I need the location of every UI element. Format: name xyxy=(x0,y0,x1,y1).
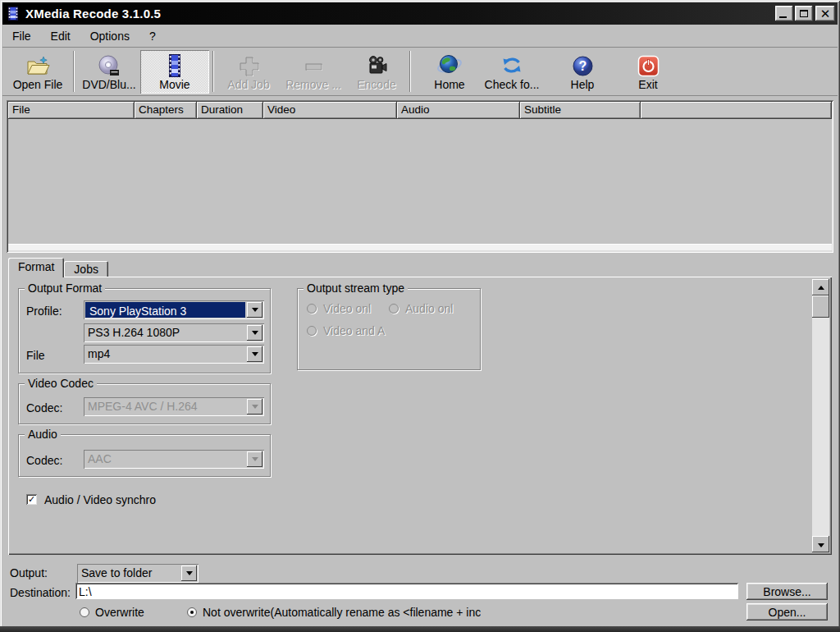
overwrite-radio[interactable] xyxy=(80,607,89,617)
chevron-down-icon xyxy=(252,352,258,360)
tab-strip: Format Jobs xyxy=(8,258,108,277)
open-button[interactable]: Open... xyxy=(746,603,828,621)
group-title: Output Format xyxy=(25,282,105,295)
menu-help[interactable]: ? xyxy=(149,30,156,43)
audio-group: Audio Codec: AAC xyxy=(18,429,271,477)
scroll-up-button[interactable] xyxy=(812,279,829,295)
open-file-button[interactable]: Open File xyxy=(6,50,70,94)
app-icon xyxy=(7,7,20,21)
job-file-list[interactable]: File Chapters Duration Video Audio Subti… xyxy=(7,100,833,253)
video-only-label: Video onl xyxy=(323,302,371,315)
movie-camera-icon xyxy=(365,53,388,77)
dropdown-button[interactable] xyxy=(247,346,262,362)
scroll-down-button[interactable] xyxy=(812,536,829,552)
chevron-down-icon xyxy=(252,331,258,338)
toolbar-button-label: Encode xyxy=(357,78,395,91)
arrow-up-icon xyxy=(818,282,824,290)
video-codec-combobox: MPEG-4 AVC / H.264 xyxy=(84,397,264,416)
open-folder-icon xyxy=(25,53,50,77)
arrow-down-icon xyxy=(818,543,824,551)
menu-file[interactable]: File xyxy=(12,30,31,43)
video-only-radio xyxy=(307,304,317,314)
preset-combobox[interactable]: PS3 H.264 1080P xyxy=(84,323,264,342)
window-bottom-edge xyxy=(0,626,840,632)
output-mode-combobox[interactable]: Save to folder xyxy=(77,564,199,583)
video-and-audio-radio xyxy=(307,326,317,336)
minimize-icon xyxy=(779,16,787,18)
exit-button[interactable]: Exit xyxy=(621,50,675,94)
minus-icon xyxy=(302,53,325,77)
audio-only-radio xyxy=(389,304,399,314)
help-button[interactable]: ? Help xyxy=(557,50,608,94)
check-icon: ✓ xyxy=(28,495,35,504)
menu-edit[interactable]: Edit xyxy=(51,30,71,43)
audio-only-label: Audio onl xyxy=(405,302,453,315)
column-header-filler xyxy=(641,102,832,119)
svg-text:?: ? xyxy=(578,59,587,73)
chevron-down-icon xyxy=(252,308,258,315)
group-title: Video Codec xyxy=(25,377,97,390)
destination-input[interactable] xyxy=(75,583,738,599)
toolbar-button-label: Open File xyxy=(13,78,63,91)
toolbar-separator xyxy=(409,51,411,92)
close-button[interactable]: ✕ xyxy=(815,6,835,21)
dropdown-button[interactable] xyxy=(247,325,262,341)
add-job-button: Add Job xyxy=(217,50,280,94)
not-overwrite-radio[interactable] xyxy=(187,607,197,617)
video-codec-label: Codec: xyxy=(26,401,62,414)
menu-options[interactable]: Options xyxy=(90,30,130,43)
toolbar-button-label: DVD/Blu... xyxy=(82,78,135,91)
chevron-down-icon xyxy=(252,457,258,465)
profile-combobox[interactable]: Sony PlayStation 3 xyxy=(84,300,264,319)
destination-label: Destination: xyxy=(10,586,71,599)
column-header-video[interactable]: Video xyxy=(263,102,397,119)
file-format-value: mp4 xyxy=(84,345,245,364)
dvd-bluray-button[interactable]: DVD/Blu... xyxy=(78,50,140,94)
tab-format[interactable]: Format xyxy=(8,258,64,277)
not-overwrite-label: Not overwrite(Automatically rename as <f… xyxy=(203,606,481,619)
app-window: XMedia Recode 3.1.0.5 ✕ File Edit Option… xyxy=(0,0,840,632)
refresh-icon xyxy=(500,53,523,77)
video-codec-value: MPEG-4 AVC / H.264 xyxy=(84,397,245,416)
column-header-chapters[interactable]: Chapters xyxy=(135,102,197,119)
file-list-body[interactable] xyxy=(8,119,832,243)
remove-button: Remove ... xyxy=(280,50,347,94)
output-label: Output: xyxy=(10,566,48,579)
av-sync-checkbox[interactable]: ✓ xyxy=(26,494,37,505)
maximize-button[interactable] xyxy=(795,6,813,21)
home-button[interactable]: Home xyxy=(421,50,478,94)
tab-jobs[interactable]: Jobs xyxy=(64,261,108,277)
profile-value: Sony PlayStation 3 xyxy=(85,302,245,318)
film-strip-icon xyxy=(167,53,183,77)
toolbar-separator xyxy=(212,51,214,92)
toolbar-separator xyxy=(73,51,75,92)
question-icon: ? xyxy=(572,53,594,77)
group-title: Output stream type xyxy=(304,282,408,295)
column-header-file[interactable]: File xyxy=(8,102,135,119)
browse-button[interactable]: Browse... xyxy=(746,583,828,600)
dropdown-button[interactable] xyxy=(247,302,262,318)
dropdown-button[interactable] xyxy=(181,566,197,581)
column-header-audio[interactable]: Audio xyxy=(397,102,520,119)
file-format-combobox[interactable]: mp4 xyxy=(84,345,264,364)
format-tab-panel: Output Format Profile: Sony PlayStation … xyxy=(8,277,832,555)
horizontal-scrollbar[interactable] xyxy=(8,244,832,251)
preset-value: PS3 H.264 1080P xyxy=(84,323,245,342)
scrollbar-thumb[interactable] xyxy=(812,295,829,318)
title-bar[interactable]: XMedia Recode 3.1.0.5 ✕ xyxy=(2,2,838,25)
globe-icon xyxy=(436,53,463,77)
minimize-button[interactable] xyxy=(775,6,793,21)
profile-label: Profile: xyxy=(26,305,62,318)
vertical-scrollbar[interactable] xyxy=(812,279,829,552)
toolbar-button-label: Exit xyxy=(638,78,657,91)
disc-icon xyxy=(98,53,121,77)
check-updates-button[interactable]: Check fo... xyxy=(478,50,546,94)
close-icon: ✕ xyxy=(820,7,831,20)
video-and-audio-label: Video and A xyxy=(323,324,385,337)
encode-button: Encode xyxy=(347,50,406,94)
output-stream-type-group: Output stream type Video onl Audio onl V… xyxy=(297,283,481,370)
column-header-subtitle[interactable]: Subtitle xyxy=(520,102,641,119)
column-header-duration[interactable]: Duration xyxy=(197,102,263,119)
toolbar: Open File DVD/Blu... xyxy=(2,47,838,96)
movie-button[interactable]: Movie xyxy=(140,50,209,94)
